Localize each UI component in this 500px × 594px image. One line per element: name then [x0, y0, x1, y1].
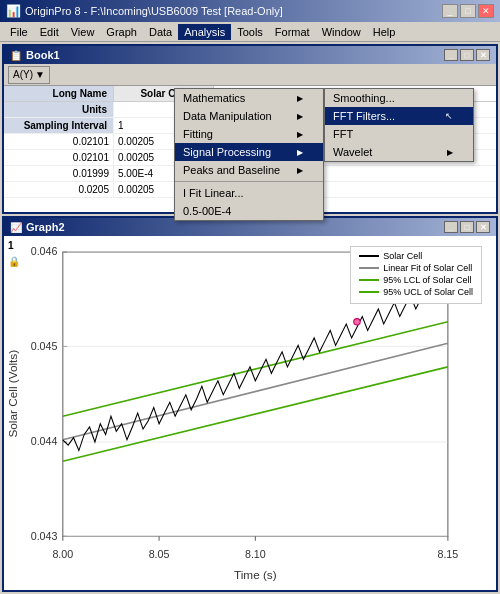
legend-linearfit-label: Linear Fit of Solar Cell — [383, 263, 472, 273]
legend-solarcell-label: Solar Cell — [383, 251, 422, 261]
menu-help[interactable]: Help — [367, 24, 402, 40]
book1-close[interactable]: ✕ — [476, 49, 490, 61]
book1-maximize[interactable]: □ — [460, 49, 474, 61]
ss-row1-col1[interactable]: 0.02101 — [4, 134, 114, 149]
menu-view[interactable]: View — [65, 24, 101, 40]
ss-row-2: 0.02101 0.00205 — [4, 150, 496, 166]
svg-text:Solar Cell (Volts): Solar Cell (Volts) — [6, 350, 19, 438]
svg-text:8.00: 8.00 — [52, 548, 73, 560]
chart-legend: Solar Cell Linear Fit of Solar Cell 95% … — [350, 246, 482, 304]
svg-text:0.043: 0.043 — [31, 530, 58, 542]
ss-row4-col2[interactable]: 0.00205 — [114, 182, 214, 197]
chart-container: 1 🔒 0.043 0.044 0.045 0.046 — [4, 236, 496, 590]
graph2-window-buttons: _ □ ✕ — [444, 221, 490, 233]
graph2-minimize[interactable]: _ — [444, 221, 458, 233]
svg-text:0.045: 0.045 — [31, 340, 58, 352]
ss-row-sampling: Sampling Interval 1 — [4, 118, 496, 134]
svg-text:Time (s): Time (s) — [234, 568, 277, 581]
legend-lcl-line — [359, 279, 379, 281]
dropdown-arrow: ▼ — [35, 69, 45, 80]
legend-lcl-label: 95% LCL of Solar Cell — [383, 275, 471, 285]
ss-value-units[interactable] — [114, 102, 214, 117]
legend-ucl: 95% UCL of Solar Cell — [359, 287, 473, 297]
col-longname-header: Long Name — [4, 86, 114, 101]
legend-ucl-label: 95% UCL of Solar Cell — [383, 287, 473, 297]
close-button[interactable]: ✕ — [478, 4, 494, 18]
graph2-maximize[interactable]: □ — [460, 221, 474, 233]
book1-icon: 📋 — [10, 50, 22, 61]
legend-solarcell: Solar Cell — [359, 251, 473, 261]
maximize-button[interactable]: □ — [460, 4, 476, 18]
legend-solarcell-line — [359, 255, 379, 257]
book1-window-buttons: _ □ ✕ — [444, 49, 490, 61]
title-bar-buttons: _ □ ✕ — [442, 4, 494, 18]
ss-value-sampling[interactable]: 1 — [114, 118, 214, 133]
legend-ucl-line — [359, 291, 379, 293]
app-icon: 📊 — [6, 4, 21, 18]
graph2-title-bar: 📈 Graph2 _ □ ✕ — [4, 218, 496, 236]
book1-title: Book1 — [26, 49, 60, 61]
minimize-button[interactable]: _ — [442, 4, 458, 18]
ss-row3-col1[interactable]: 0.01999 — [4, 166, 114, 181]
ss-row-units: Units — [4, 102, 496, 118]
main-area: 📋 Book1 _ □ ✕ A(Y) ▼ Long Name Solar Cel… — [0, 42, 500, 594]
app-title-bar: 📊 OriginPro 8 - F:\Incoming\USB6009 Test… — [0, 0, 500, 22]
legend-lcl: 95% LCL of Solar Cell — [359, 275, 473, 285]
book1-minimize[interactable]: _ — [444, 49, 458, 61]
menu-graph[interactable]: Graph — [100, 24, 143, 40]
menu-data[interactable]: Data — [143, 24, 178, 40]
ss-label-sampling: Sampling Interval — [4, 118, 114, 133]
menu-bar: File Edit View Graph Data Analysis Tools… — [0, 22, 500, 42]
svg-text:8.15: 8.15 — [437, 548, 458, 560]
legend-linearfit-line — [359, 267, 379, 269]
ss-row2-col1[interactable]: 0.02101 — [4, 150, 114, 165]
ss-row-4: 0.0205 0.00205 — [4, 182, 496, 198]
ss-row3-col2[interactable]: 5.00E-4 — [114, 166, 214, 181]
graph2-title: Graph2 — [26, 221, 65, 233]
svg-text:8.10: 8.10 — [245, 548, 266, 560]
ss-header: Long Name Solar Cell — [4, 86, 496, 102]
menu-file[interactable]: File — [4, 24, 34, 40]
svg-text:0.044: 0.044 — [31, 435, 58, 447]
spreadsheet: Long Name Solar Cell Units Sampling Inte… — [4, 86, 496, 198]
col-header-btn[interactable]: A(Y) ▼ — [8, 66, 50, 84]
ss-row2-col2[interactable]: 0.00205 — [114, 150, 214, 165]
col-solarcell-header: Solar Cell — [114, 86, 214, 101]
graph2-window: 📈 Graph2 _ □ ✕ 1 🔒 0.043 — [2, 216, 498, 592]
ss-row-1: 0.02101 0.00205 — [4, 134, 496, 150]
menu-edit[interactable]: Edit — [34, 24, 65, 40]
menu-format[interactable]: Format — [269, 24, 316, 40]
menu-tools[interactable]: Tools — [231, 24, 269, 40]
graph2-icon: 📈 — [10, 222, 22, 233]
ss-row4-col1[interactable]: 0.0205 — [4, 182, 114, 197]
col-label: A(Y) — [13, 69, 33, 80]
svg-text:0.046: 0.046 — [31, 245, 58, 257]
ss-label-units: Units — [4, 102, 114, 117]
menu-analysis[interactable]: Analysis — [178, 24, 231, 40]
legend-linear-fit: Linear Fit of Solar Cell — [359, 263, 473, 273]
svg-point-26 — [354, 319, 360, 325]
graph2-close[interactable]: ✕ — [476, 221, 490, 233]
app-title: OriginPro 8 - F:\Incoming\USB6009 Test [… — [25, 5, 283, 17]
book1-window: 📋 Book1 _ □ ✕ A(Y) ▼ Long Name Solar Cel… — [2, 44, 498, 214]
ss-row1-col2[interactable]: 0.00205 — [114, 134, 214, 149]
ss-row-3: 0.01999 5.00E-4 — [4, 166, 496, 182]
book1-title-bar: 📋 Book1 _ □ ✕ — [4, 46, 496, 64]
svg-text:8.05: 8.05 — [149, 548, 170, 560]
book1-toolbar: A(Y) ▼ — [4, 64, 496, 86]
menu-window[interactable]: Window — [316, 24, 367, 40]
